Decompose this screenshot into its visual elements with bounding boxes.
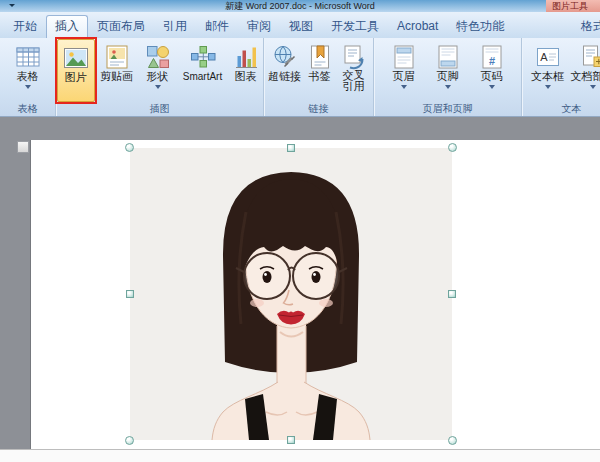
dropdown-arrow-icon — [155, 85, 161, 92]
ribbon-tab-bar: 开始 插入 页面布局 引用 邮件 审阅 视图 开发工具 Acrobat 特色功能… — [0, 12, 600, 38]
smartart-icon — [190, 43, 216, 70]
dropdown-arrow-icon — [25, 85, 31, 92]
selection-handle-bottom-middle[interactable] — [287, 436, 295, 444]
page-header-icon — [391, 43, 417, 70]
page-number-button[interactable]: # 页码 — [470, 39, 514, 102]
dropdown-arrow-icon — [545, 85, 551, 92]
tab-home[interactable]: 开始 — [4, 15, 46, 38]
page-number-button-label: 页码 — [481, 70, 503, 83]
page-number-icon: # — [479, 43, 505, 70]
tab-developer[interactable]: 开发工具 — [322, 15, 388, 38]
clipart-icon — [104, 43, 130, 70]
tab-view[interactable]: 视图 — [280, 15, 322, 38]
quick-parts-icon — [580, 43, 600, 70]
header-button[interactable]: 页眉 — [382, 39, 426, 102]
quick-parts-button-label: 文档部件 — [571, 70, 600, 83]
group-links: 超链接 书签 交叉 引用 链接 — [264, 38, 374, 116]
document-area — [0, 117, 600, 462]
bookmark-button[interactable]: 书签 — [304, 39, 336, 102]
selection-handle-bottom-right[interactable] — [448, 436, 457, 445]
shapes-icon — [145, 43, 171, 70]
clipart-button[interactable]: 剪贴画 — [95, 39, 139, 102]
group-header-footer: 页眉 页脚 # 页码 页眉和页脚 — [374, 38, 522, 116]
chart-button-label: 图表 — [235, 70, 257, 83]
smartart-button[interactable]: SmartArt — [177, 39, 229, 102]
text-box-button[interactable]: A 文本框 — [527, 39, 569, 102]
inserted-picture[interactable] — [130, 148, 452, 440]
footer-button-label: 页脚 — [437, 70, 459, 83]
selection-handle-top-left[interactable] — [125, 143, 134, 152]
dropdown-arrow-icon — [445, 85, 451, 92]
table-button[interactable]: 表格 — [6, 39, 50, 102]
tab-review[interactable]: 审阅 — [238, 15, 280, 38]
dropdown-arrow-icon — [489, 85, 495, 92]
selection-handle-top-middle[interactable] — [287, 144, 295, 152]
clipart-button-label: 剪贴画 — [100, 70, 133, 83]
bookmark-button-label: 书签 — [309, 70, 331, 83]
tab-mailings[interactable]: 邮件 — [196, 15, 238, 38]
bookmark-icon — [307, 43, 333, 70]
hyperlink-button[interactable]: 超链接 — [266, 39, 304, 102]
svg-text:A: A — [540, 51, 548, 63]
selection-handle-top-right[interactable] — [448, 143, 457, 152]
tab-special-features[interactable]: 特色功能 — [447, 15, 513, 38]
chart-button[interactable]: 图表 — [229, 39, 263, 102]
picture-tools-contextual-header: 图片工具 — [546, 0, 600, 12]
header-button-label: 页眉 — [393, 70, 415, 83]
tab-acrobat[interactable]: Acrobat — [388, 15, 447, 38]
group-links-label: 链接 — [264, 102, 373, 116]
svg-text:#: # — [488, 54, 494, 66]
hyperlink-button-label: 超链接 — [268, 70, 301, 83]
selection-handle-middle-left[interactable] — [126, 290, 134, 298]
tab-insert[interactable]: 插入 — [46, 15, 88, 38]
bottom-strip — [0, 449, 600, 462]
table-button-label: 表格 — [17, 70, 39, 83]
quick-parts-button[interactable]: 文档部件 — [569, 39, 600, 102]
tab-format[interactable]: 格式 — [572, 15, 600, 38]
picture-button[interactable]: 图片 — [57, 39, 95, 102]
title-bar: 新建 Word 2007.doc - Microsoft Word 图片工具 — [0, 0, 600, 12]
dropdown-arrow-icon — [590, 85, 596, 92]
dropdown-arrow-icon — [401, 85, 407, 92]
shapes-button[interactable]: 形状 — [139, 39, 177, 102]
selection-handle-middle-right[interactable] — [448, 290, 456, 298]
table-grid-icon — [15, 43, 41, 70]
group-text: A 文本框 文档部件 文本 — [522, 38, 600, 116]
shapes-button-label: 形状 — [147, 70, 169, 83]
tab-page-layout[interactable]: 页面布局 — [88, 15, 154, 38]
cross-reference-label-line2: 引用 — [343, 81, 365, 92]
smartart-button-label: SmartArt — [183, 70, 222, 83]
woman-illustration — [130, 148, 452, 440]
text-box-icon: A — [535, 43, 561, 70]
selection-handle-bottom-left[interactable] — [125, 436, 134, 445]
bar-chart-icon — [233, 43, 259, 70]
group-illustrations: 图片 剪贴画 形状 — [56, 38, 264, 116]
group-table-label: 表格 — [0, 102, 55, 116]
globe-link-icon — [272, 43, 298, 70]
group-header-footer-label: 页眉和页脚 — [374, 102, 521, 116]
page-footer-icon — [435, 43, 461, 70]
group-illustrations-label: 插图 — [56, 102, 263, 116]
picture-icon — [63, 44, 89, 71]
cross-reference-icon — [341, 43, 367, 70]
group-table: 表格 表格 — [0, 38, 56, 116]
footer-button[interactable]: 页脚 — [426, 39, 470, 102]
cross-reference-button[interactable]: 交叉 引用 — [336, 39, 372, 102]
tab-references[interactable]: 引用 — [154, 15, 196, 38]
window-title: 新建 Word 2007.doc - Microsoft Word — [0, 0, 600, 12]
text-box-button-label: 文本框 — [531, 70, 564, 83]
ruler-corner-button[interactable] — [17, 141, 29, 153]
picture-button-label: 图片 — [65, 71, 87, 84]
group-text-label: 文本 — [522, 102, 600, 116]
ribbon: 表格 表格 图片 剪贴画 — [0, 38, 600, 117]
